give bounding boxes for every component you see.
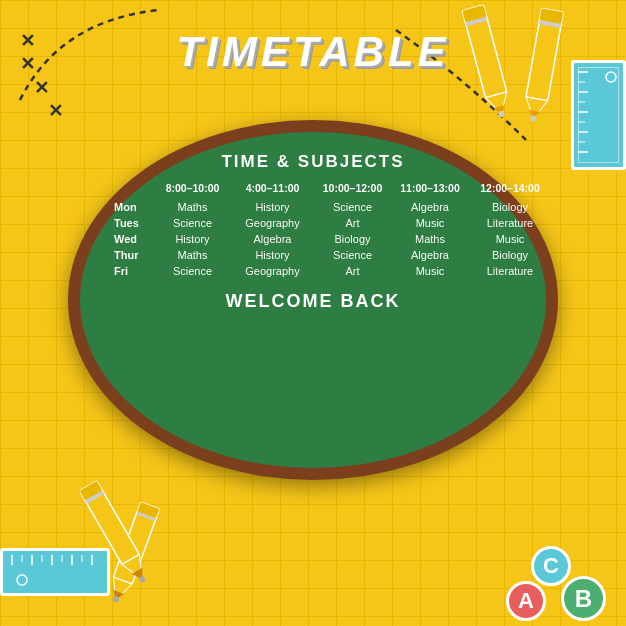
subject-mon-2: History (230, 201, 315, 213)
chalkboard-inner: TIME & SUBJECTS 8:00–10:00 4:00–11:00 10… (80, 132, 546, 468)
letter-b: B (561, 576, 606, 621)
subject-wed-1: History (155, 233, 230, 245)
timetable-grid: 8:00–10:00 4:00–11:00 10:00–12:00 11:00–… (110, 182, 516, 281)
subject-tues-3: Art (315, 217, 390, 229)
day-tues: Tues (110, 217, 155, 229)
x-mark-4: ✕ (48, 100, 63, 123)
welcome-text: WELCOME BACK (226, 291, 401, 312)
day-mon: Mon (110, 201, 155, 213)
subject-fri-4: Music (390, 265, 470, 277)
chalkboard: TIME & SUBJECTS 8:00–10:00 4:00–11:00 10… (68, 120, 558, 480)
table-row: Mon Maths History Science Algebra Biolog… (110, 201, 516, 213)
page-title: TIMETABLE (0, 0, 626, 76)
subject-thur-1: Maths (155, 249, 230, 261)
subject-mon-4: Algebra (390, 201, 470, 213)
svg-rect-12 (573, 62, 624, 168)
day-fri: Fri (110, 265, 155, 277)
board-heading: TIME & SUBJECTS (221, 152, 404, 172)
pencil-bottom-left-1 (80, 466, 160, 596)
header-time-1: 8:00–10:00 (155, 182, 230, 195)
subject-wed-2: Algebra (230, 233, 315, 245)
subject-thur-2: History (230, 249, 315, 261)
day-wed: Wed (110, 233, 155, 245)
table-row: Wed History Algebra Biology Maths Music (110, 233, 516, 245)
x-mark-3: ✕ (34, 77, 63, 100)
day-thur: Thur (110, 249, 155, 261)
ruler-top-right (571, 60, 626, 170)
header-empty (110, 182, 155, 195)
subject-mon-1: Maths (155, 201, 230, 213)
subject-wed-4: Maths (390, 233, 470, 245)
subject-tues-5: Literature (470, 217, 550, 229)
table-row: Tues Science Geography Art Music Literat… (110, 217, 516, 229)
subject-tues-4: Music (390, 217, 470, 229)
subject-tues-1: Science (155, 217, 230, 229)
table-row: Fri Science Geography Art Music Literatu… (110, 265, 516, 277)
subject-fri-2: Geography (230, 265, 315, 277)
table-row: Thur Maths History Science Algebra Biolo… (110, 249, 516, 261)
header-time-5: 12:00–14:00 (470, 182, 550, 195)
header-row: 8:00–10:00 4:00–11:00 10:00–12:00 11:00–… (110, 182, 516, 195)
subject-tues-2: Geography (230, 217, 315, 229)
subject-thur-5: Biology (470, 249, 550, 261)
subject-fri-1: Science (155, 265, 230, 277)
header-time-3: 10:00–12:00 (315, 182, 390, 195)
letter-c: C (531, 546, 571, 586)
subject-wed-5: Music (470, 233, 550, 245)
letter-a: A (506, 581, 546, 621)
subject-fri-3: Art (315, 265, 390, 277)
subject-fri-5: Literature (470, 265, 550, 277)
subject-thur-4: Algebra (390, 249, 470, 261)
header-time-4: 11:00–13:00 (390, 182, 470, 195)
subject-thur-3: Science (315, 249, 390, 261)
header-time-2: 4:00–11:00 (230, 182, 315, 195)
subject-mon-5: Biology (470, 201, 550, 213)
subject-mon-3: Science (315, 201, 390, 213)
subject-wed-3: Biology (315, 233, 390, 245)
